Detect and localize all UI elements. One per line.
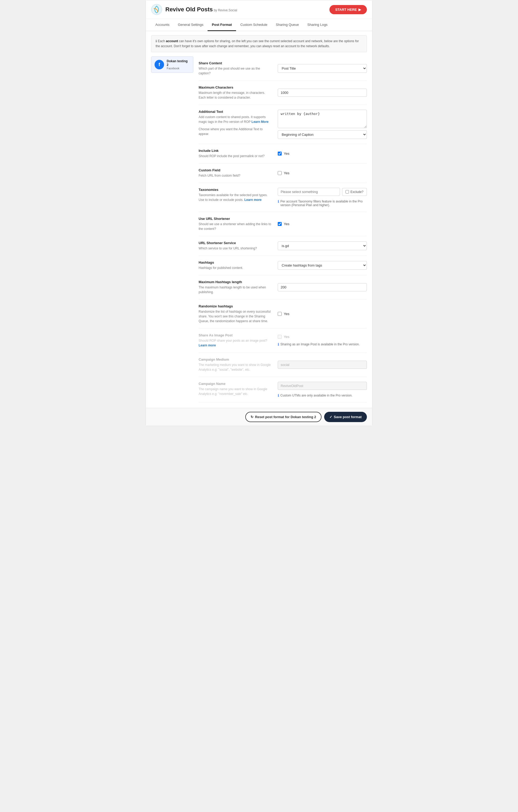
- tab-sharing-queue[interactable]: Sharing Queue: [272, 19, 303, 31]
- account-item[interactable]: f Dokan testing 2 Facebook: [151, 56, 193, 73]
- campaign-name-pro-note: Custom UTMs are only available in the Pr…: [280, 394, 352, 397]
- account-network: Facebook: [167, 67, 190, 70]
- campaign-medium-label: Campaign Medium: [199, 357, 272, 361]
- exclude-checkbox[interactable]: [346, 190, 349, 194]
- taxonomies-label: Taxonomies: [199, 188, 272, 192]
- url-shortener-service-label: URL Shortener Service: [199, 241, 272, 245]
- additional-text-row: Additional Text Add custom content to sh…: [199, 105, 367, 144]
- campaign-medium-description: The marketing medium you want to show in…: [199, 362, 272, 372]
- info-icon: ℹ: [278, 200, 279, 204]
- logo-by: by Revive.Social: [214, 8, 237, 12]
- taxonomies-pro-note: Per account Taxonomy filters feature is …: [280, 200, 367, 207]
- additional-text-position-label: Choose where you want the Additional Tex…: [199, 127, 272, 136]
- taxonomies-row: Taxonomies Taxonomies available for the …: [199, 183, 367, 212]
- logo-text-block: Revive Old Posts by Revive.Social: [165, 6, 237, 13]
- share-as-image-pro-note: Sharing as an Image Post is available in…: [280, 343, 360, 346]
- max-hashtags-description: The maximum hashtags length to be used w…: [199, 285, 272, 294]
- randomize-hashtags-label: Randomize hashtags: [199, 304, 272, 308]
- share-as-image-row: Share As Image Post Should ROP share you…: [199, 328, 367, 353]
- additional-text-position-select[interactable]: Beginning of Caption End of Caption: [278, 130, 367, 139]
- taxonomies-input[interactable]: [278, 188, 340, 196]
- campaign-name-label: Campaign Name: [199, 382, 272, 386]
- share-as-image-description: Should ROP share your posts as an image …: [199, 338, 272, 348]
- hashtags-select[interactable]: Create hashtags from tags No hashtags Cr…: [278, 261, 367, 270]
- custom-field-row: Custom Field Fetch URL from custom field…: [199, 164, 367, 183]
- share-as-image-info-icon: ℹ: [278, 343, 279, 346]
- share-as-image-yes-label: Yes: [284, 335, 289, 339]
- account-sidebar: f Dokan testing 2 Facebook: [151, 56, 193, 403]
- include-link-description: Should ROP include the post permalink or…: [199, 154, 272, 158]
- randomize-hashtags-description: Randomize the list of hashtags on every …: [199, 309, 272, 323]
- taxonomies-description: Taxonomies available for the selected po…: [199, 193, 272, 202]
- max-characters-row: Maximum Characters Maximum length of the…: [199, 81, 367, 105]
- nav-tabs: Accounts General Settings Post Format Cu…: [146, 19, 372, 31]
- save-post-format-button[interactable]: ✓ Save post format: [324, 412, 367, 422]
- campaign-name-info-icon: ℹ: [278, 394, 279, 398]
- max-characters-input[interactable]: 1000: [278, 89, 367, 97]
- footer-bar: ↻ Reset post format for Dokan testing 2 …: [146, 408, 372, 426]
- taxonomies-learn-more[interactable]: Learn more: [244, 198, 262, 202]
- url-shortener-row: Use URL Shortener Should we use a shorte…: [199, 212, 367, 236]
- additional-text-description: Add custom content to shared posts. It s…: [199, 115, 272, 124]
- custom-field-description: Fetch URL from custom field?: [199, 173, 272, 178]
- campaign-name-input[interactable]: [278, 382, 367, 390]
- custom-field-label: Custom Field: [199, 168, 272, 172]
- url-shortener-checkbox[interactable]: [278, 222, 282, 226]
- tab-sharing-logs[interactable]: Sharing Logs: [303, 19, 332, 31]
- tab-post-format[interactable]: Post Format: [208, 19, 236, 31]
- max-characters-label: Maximum Characters: [199, 85, 272, 89]
- include-link-row: Include Link Should ROP include the post…: [199, 144, 367, 164]
- reset-icon: ↻: [250, 415, 253, 419]
- url-shortener-service-description: Which service to use for URL shortening?: [199, 246, 272, 251]
- share-as-image-learn-more[interactable]: Learn more: [199, 344, 216, 347]
- play-icon: ▶: [358, 8, 361, 11]
- randomize-hashtags-yes-label: Yes: [284, 312, 289, 316]
- max-hashtags-input[interactable]: [278, 283, 367, 291]
- info-bar: ℹ Each account can have it's own options…: [151, 35, 367, 52]
- max-hashtags-row: Maximum Hashtags length The maximum hash…: [199, 275, 367, 299]
- share-content-select[interactable]: Post Title Post Content Post Excerpt: [278, 64, 367, 73]
- custom-field-checkbox[interactable]: [278, 171, 282, 175]
- randomize-hashtags-checkbox[interactable]: [278, 312, 282, 316]
- hashtags-label: Hashtags: [199, 260, 272, 264]
- max-hashtags-label: Maximum Hashtags length: [199, 280, 272, 284]
- url-shortener-description: Should we use a shortener when adding th…: [199, 222, 272, 231]
- share-as-image-label: Share As Image Post: [199, 333, 272, 337]
- additional-text-input[interactable]: written by {author}: [278, 110, 367, 128]
- url-shortener-label: Use URL Shortener: [199, 217, 272, 221]
- share-as-image-checkbox[interactable]: [278, 335, 282, 339]
- exclude-button[interactable]: Exclude?: [342, 188, 367, 196]
- header: Revive Old Posts by Revive.Social START …: [146, 0, 372, 19]
- tab-accounts[interactable]: Accounts: [151, 19, 173, 31]
- hashtags-row: Hashtags Hashtags for published content.…: [199, 256, 367, 275]
- tab-custom-schedule[interactable]: Custom Schedule: [236, 19, 272, 31]
- logo-icon: [151, 4, 162, 15]
- additional-text-learn-more[interactable]: Learn More: [252, 120, 269, 124]
- url-shortener-service-row: URL Shortener Service Which service to u…: [199, 236, 367, 256]
- settings-panel: Share Content Which part of the post sho…: [199, 56, 367, 403]
- include-link-checkbox[interactable]: [278, 152, 282, 155]
- campaign-name-description: The campaign name you want to show in Go…: [199, 387, 272, 396]
- hashtags-description: Hashtags for published content.: [199, 265, 272, 270]
- url-shortener-service-select[interactable]: is.gd bit.ly ow.ly: [278, 241, 367, 250]
- logo-text: Revive Old Posts: [165, 6, 213, 13]
- max-characters-description: Maximum length of the message, in charac…: [199, 90, 272, 100]
- include-link-label: Include Link: [199, 149, 272, 153]
- custom-field-yes-label: Yes: [284, 171, 289, 175]
- start-here-button[interactable]: START HERE ▶: [329, 5, 367, 14]
- randomize-hashtags-row: Randomize hashtags Randomize the list of…: [199, 299, 367, 328]
- share-content-description: Which part of the post should we use as …: [199, 66, 272, 76]
- url-shortener-yes-label: Yes: [284, 222, 289, 226]
- share-content-label: Share Content: [199, 61, 272, 65]
- campaign-name-row: Campaign Name The campaign name you want…: [199, 377, 367, 403]
- additional-text-label: Additional Text: [199, 110, 272, 114]
- include-link-yes-label: Yes: [284, 152, 289, 155]
- account-name: Dokan testing 2: [167, 59, 190, 67]
- checkmark-icon: ✓: [329, 415, 332, 419]
- reset-post-format-button[interactable]: ↻ Reset post format for Dokan testing 2: [245, 412, 322, 422]
- share-content-row: Share Content Which part of the post sho…: [199, 56, 367, 81]
- tab-general-settings[interactable]: General Settings: [173, 19, 208, 31]
- campaign-medium-row: Campaign Medium The marketing medium you…: [199, 353, 367, 377]
- facebook-icon: f: [155, 60, 164, 69]
- campaign-medium-input[interactable]: [278, 361, 367, 369]
